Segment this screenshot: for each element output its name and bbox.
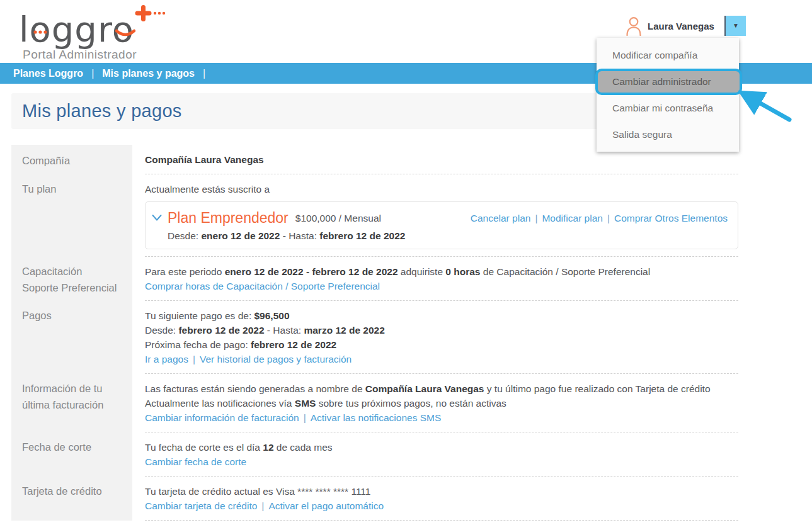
link-separator: | — [193, 354, 195, 364]
plan-period: Desde: enero 12 de 2022 - Hasta: febrero… — [168, 229, 728, 243]
pagos-next-payment: Tu siguiente pago es de: $96,500 — [145, 308, 738, 323]
row-label-fecha-corte: Fecha de corte — [11, 432, 132, 477]
menu-item-modificar-compania[interactable]: Modificar compañía — [597, 42, 739, 69]
link-activar-notificaciones-sms[interactable]: Activar las notificaciones SMS — [311, 412, 442, 423]
chevron-down-icon[interactable] — [152, 214, 162, 222]
link-comprar-otros-elementos[interactable]: Comprar Otros Elementos — [614, 213, 728, 223]
capacitacion-text: Para este periodo enero 12 de 2022 - feb… — [145, 264, 738, 279]
user-icon — [626, 16, 642, 36]
link-cambiar-tarjeta-credito[interactable]: Cambiar tarjeta de crédito — [145, 500, 257, 511]
page-title: Mis planes y pagos — [22, 101, 182, 121]
svg-text:loggro: loggro — [19, 9, 134, 50]
link-modificar-plan[interactable]: Modificar plan — [542, 213, 603, 223]
content: Compañía Compañía Laura Vanegas Tu plan … — [11, 145, 738, 521]
link-cancelar-plan[interactable]: Cancelar plan — [471, 213, 531, 223]
row-label-capacitacion: Capacitación Soporte Preferencial — [11, 257, 132, 301]
link-comprar-horas-capacitacion[interactable]: Comprar horas de Capacitación / Soporte … — [145, 281, 380, 291]
row-value-tu-plan: Actualmente estás suscrito a Plan Empren… — [145, 174, 738, 257]
page: loggro Portal Administrador Laura Vanega… — [0, 0, 812, 525]
row-value-capacitacion: Para este periodo enero 12 de 2022 - feb… — [145, 257, 738, 301]
tarjeta-text: Tu tarjeta de crédito actual es Visa ***… — [145, 484, 738, 499]
link-ir-a-pagos[interactable]: Ir a pagos — [145, 354, 188, 364]
plan-price: $100,000 / Mensual — [295, 211, 381, 225]
row-label-tarjeta: Tarjeta de crédito — [11, 477, 132, 521]
nav-separator: | — [203, 68, 205, 79]
user-area: Laura Vanegas ▼ — [626, 15, 746, 37]
link-separator: | — [607, 213, 610, 223]
link-separator: | — [261, 500, 264, 511]
row-label-tu-plan: Tu plan — [11, 174, 132, 257]
plan-box: Plan Emprendedor $100,000 / Mensual Canc… — [145, 201, 738, 249]
dropdown-arrow-icon: ▼ — [733, 23, 739, 29]
row-label-compania: Compañía — [11, 145, 132, 174]
fecha-corte-text: Tu fecha de corte es el día 12 de cada m… — [145, 440, 738, 454]
pagos-period: Desde: febrero 12 de 2022 - Hasta: marzo… — [145, 323, 738, 337]
link-separator: | — [535, 213, 537, 223]
menu-item-salida-segura[interactable]: Salida segura — [597, 121, 739, 148]
user-menu-toggle[interactable]: ▼ — [724, 16, 746, 36]
user-menu: Modificar compañía Cambiar administrador… — [597, 38, 739, 152]
menu-item-cambiar-administrador[interactable]: Cambiar administrador — [595, 69, 742, 95]
link-separator: | — [304, 412, 306, 423]
pagos-next-date: Próxima fecha de pago: febrero 12 de 202… — [145, 337, 738, 352]
link-ver-historial-pagos[interactable]: Ver historial de pagos y facturación — [200, 354, 352, 364]
row-value-fecha-corte: Tu fecha de corte es el día 12 de cada m… — [145, 432, 738, 477]
company-name: Compañía Laura Vanegas — [145, 154, 264, 165]
plan-links: Cancelar plan|Modificar plan|Comprar Otr… — [471, 211, 728, 225]
link-cambiar-informacion-facturacion[interactable]: Cambiar información de facturación — [145, 412, 299, 423]
loggro-brand-icon: loggro — [18, 3, 166, 50]
nav-item-planes-loggro[interactable]: Planes Loggro — [13, 68, 83, 79]
row-label-facturacion: Información de tu última facturación — [11, 374, 132, 432]
user-name[interactable]: Laura Vanegas — [648, 21, 714, 31]
row-label-pagos: Pagos — [11, 301, 132, 374]
row-value-pagos: Tu siguiente pago es de: $96,500 Desde: … — [145, 301, 738, 374]
menu-item-cambiar-mi-contrasena[interactable]: Cambiar mi contraseña — [597, 95, 739, 121]
nav-item-mis-planes-y-pagos[interactable]: Mis planes y pagos — [102, 68, 195, 79]
row-value-tarjeta: Tu tarjeta de crédito actual es Visa ***… — [145, 477, 738, 521]
link-activar-pago-automatico[interactable]: Activar el pago automático — [268, 500, 384, 511]
loggro-logo[interactable]: loggro Portal Administrador — [18, 3, 166, 62]
facturacion-text: Las facturas están siendo generadas a no… — [145, 381, 738, 396]
nav-separator: | — [91, 68, 94, 79]
row-value-facturacion: Las facturas están siendo generadas a no… — [145, 374, 738, 432]
plan-name: Plan Emprendedor — [168, 208, 289, 227]
plan-intro: Actualmente estás suscrito a — [145, 182, 738, 196]
link-cambiar-fecha-corte[interactable]: Cambiar fecha de corte — [145, 456, 246, 467]
facturacion-sms-text: Actualmente las notificaciones vía SMS s… — [145, 396, 738, 410]
